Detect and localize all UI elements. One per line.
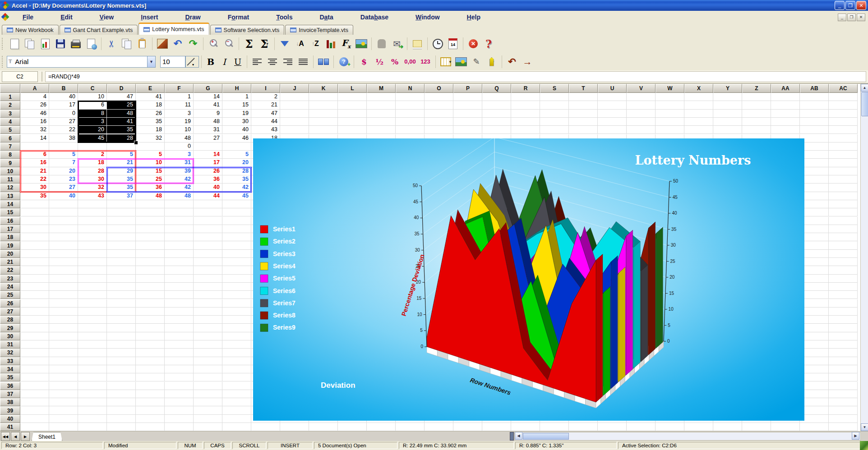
cell-G11[interactable]: 36 [194,175,222,184]
cell-I5[interactable]: 43 [251,126,280,134]
cell-F36[interactable] [165,382,194,390]
font-name-combo[interactable]: Ŧ Arial ▼ [7,56,156,68]
merge-cells-button[interactable] [316,55,331,69]
cell-D28[interactable] [107,316,136,324]
cell-B34[interactable] [49,365,78,373]
cell-E35[interactable] [136,373,165,381]
cell-X1[interactable] [684,93,713,101]
column-header-G[interactable]: G [194,84,222,93]
cell-AC6[interactable] [829,134,858,142]
cell-F38[interactable] [165,398,194,406]
cell-V3[interactable] [627,110,656,118]
document-tab-software-selection-vts[interactable]: Software Selection.vts [210,25,285,35]
cell-E40[interactable] [136,415,165,423]
cell-H39[interactable] [222,406,251,414]
cell-E9[interactable]: 10 [136,159,165,167]
column-header-E[interactable]: E [136,84,165,93]
cell-X5[interactable] [684,126,713,134]
row-header-18[interactable]: 18 [0,233,20,241]
cell-AC11[interactable] [829,175,858,184]
cell-D8[interactable]: 5 [107,151,136,159]
cell-A32[interactable] [20,349,49,357]
cell-D1[interactable]: 47 [107,93,136,101]
scrollbar-splitter[interactable] [510,432,514,441]
cell-X2[interactable] [684,101,713,109]
cell-A25[interactable] [20,291,49,299]
cell-H38[interactable] [222,398,251,406]
cell-B24[interactable] [49,283,78,291]
cell-H23[interactable] [222,275,251,283]
cell-A14[interactable] [20,200,49,208]
cell-AC20[interactable] [829,250,858,258]
document-restore-button[interactable]: ❐ [847,14,856,21]
cell-A5[interactable]: 32 [20,126,49,134]
horizontal-scroll-thumb[interactable] [523,433,569,440]
row-header-25[interactable]: 25 [0,291,20,299]
cell-T1[interactable] [569,93,598,101]
cell-P3[interactable] [453,110,482,118]
row-header-13[interactable]: 13 [0,192,20,200]
column-header-N[interactable]: N [396,84,425,93]
cell-G29[interactable] [194,324,222,332]
cell-F18[interactable] [165,233,194,241]
cell-A29[interactable] [20,324,49,332]
cell-B26[interactable] [49,299,78,308]
cell-L1[interactable] [338,93,367,101]
cell-F24[interactable] [165,283,194,291]
row-header-32[interactable]: 32 [0,349,20,357]
cell-B40[interactable] [49,415,78,423]
cell-A10[interactable]: 21 [20,167,49,175]
cell-D5[interactable]: 35 [107,126,136,134]
cell-D33[interactable] [107,357,136,365]
cell-C6[interactable]: 45 [78,134,107,142]
cell-F35[interactable] [165,373,194,381]
column-header-S[interactable]: S [540,84,569,93]
cell-B15[interactable] [49,208,78,216]
cell-C19[interactable] [78,241,107,249]
cell-W4[interactable] [656,118,684,126]
cell-AC12[interactable] [829,184,858,192]
cell-A17[interactable] [20,225,49,233]
cell-B41[interactable] [49,423,78,431]
row-header-4[interactable]: 4 [0,118,20,126]
cell-O4[interactable] [425,118,453,126]
cell-A21[interactable] [20,258,49,266]
cell-AC25[interactable] [829,291,858,299]
table-format-button[interactable]: ▾ [438,55,453,69]
redo-format-button[interactable]: → [520,55,535,69]
pencil-button[interactable]: ✎ [469,55,484,69]
column-header-B[interactable]: B [49,84,78,93]
cell-U2[interactable] [598,101,627,109]
cell-H36[interactable] [222,382,251,390]
menu-item-draw[interactable]: Draw [171,14,214,21]
cell-S4[interactable] [540,118,569,126]
cell-H16[interactable] [222,217,251,225]
cell-P1[interactable] [453,93,482,101]
cell-B31[interactable] [49,340,78,349]
cell-I3[interactable]: 47 [251,110,280,118]
cell-Z5[interactable] [742,126,771,134]
vertical-scrollbar[interactable]: ▲ ▼ [860,84,868,431]
cell-N1[interactable] [396,93,425,101]
cell-F39[interactable] [165,406,194,414]
cell-G12[interactable]: 40 [194,184,222,192]
cell-G4[interactable]: 48 [194,118,222,126]
undo-format-button[interactable]: ↶ [504,55,520,69]
cell-G25[interactable] [194,291,222,299]
cell-H13[interactable]: 45 [222,192,251,200]
scroll-right-icon[interactable]: ▶ [852,432,859,440]
sheet-tab-sheet1[interactable]: Sheet1 [32,432,62,441]
column-header-V[interactable]: V [627,84,656,93]
cell-H15[interactable] [222,208,251,216]
cell-E3[interactable]: 26 [136,110,165,118]
row-header-24[interactable]: 24 [0,283,20,291]
cell-F14[interactable] [165,200,194,208]
cell-H41[interactable] [222,423,251,431]
draw-easel-icon[interactable] [155,37,170,51]
cell-U3[interactable] [598,110,627,118]
row-header-1[interactable]: 1 [0,93,20,101]
cell-I41[interactable] [251,423,280,431]
cell-G36[interactable] [194,382,222,390]
cell-G27[interactable] [194,308,222,316]
cell-A1[interactable]: 4 [20,93,49,101]
